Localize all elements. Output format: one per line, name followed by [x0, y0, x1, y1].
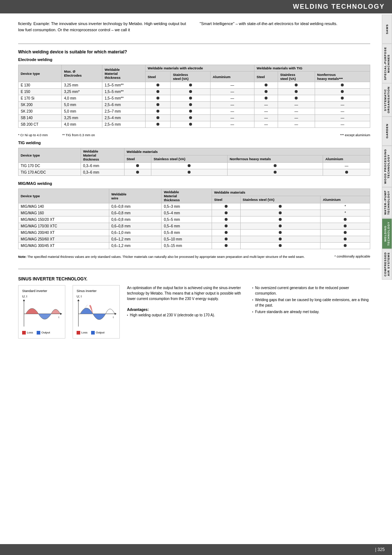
cell-tig-steel: [254, 89, 278, 95]
cell-tig-stainless: —: [278, 121, 315, 128]
cell-mig-steel: [212, 210, 241, 216]
divider-1: [18, 44, 370, 44]
cell-device: E 150: [19, 89, 62, 95]
th-weldable-thickness-migmag: WeldableMaterialthickness: [162, 189, 212, 203]
cell-nonferrous: —: [315, 121, 370, 128]
sinus-inverter-svg: t: [77, 299, 117, 328]
cell-el-steel: [145, 89, 171, 95]
cell-wire: 0,6–0,8 mm: [109, 223, 162, 230]
bullet-list-2: No oversized current generators due to t…: [252, 285, 370, 315]
cell-mig-stainless: [240, 236, 320, 243]
cell-mig-stainless: [240, 230, 320, 236]
table-row: SK 200 5,0 mm 2,5–6 mm — — — —: [19, 102, 370, 108]
tig-heading: TIG welding: [18, 141, 370, 145]
sidebar-tab-special[interactable]: SPECIAL-PURPOSEMACHINES: [382, 44, 392, 83]
table-row: SB 140 3,25 mm 2,5–4 mm — — — —: [19, 115, 370, 121]
cell-el-al: —: [210, 82, 254, 89]
cell-el-stainless: [171, 115, 210, 121]
sidebar-tab-welding[interactable]: WELDINGTECHNOLOGY: [382, 218, 392, 249]
sidebar-tab-saws[interactable]: SAWS: [382, 15, 392, 44]
th-tig-m-stainless: Stainless steel (VA): [151, 155, 227, 163]
cell-nonferrous: —: [315, 108, 370, 115]
cell-max-oe: 4,0 mm: [62, 95, 102, 102]
divider-2: [18, 269, 370, 269]
sinus-content: Standard inverter U; I t: [18, 285, 370, 339]
sidebar-tab-water[interactable]: WATER-/PUMPTECHNOLOGY: [382, 187, 392, 218]
advantages-label: Advantages:: [127, 308, 149, 312]
table-row: SK 230 5,0 mm 2,5–7 mm — — — —: [19, 108, 370, 115]
cell-tig-stainless: —: [278, 102, 315, 108]
th-migmag-aluminium: Aluminium: [320, 196, 370, 203]
sinus-output-label: Output: [96, 331, 105, 334]
table-row: MIG/MAG 150/20 XT 0,6–0,8 mm 0,5–5 mm: [19, 216, 370, 223]
footnote-1: * Cr Ni up to 4.0 mm: [18, 133, 48, 137]
cell-tig-steel: [124, 169, 151, 176]
cell-thickness: 1,5–5 mm**: [102, 89, 145, 95]
cell-el-al: —: [210, 121, 254, 128]
cell-el-stainless: [171, 89, 210, 95]
standard-inverter-label: Standard inverter: [22, 289, 61, 293]
sidebar-tab-compressed[interactable]: COMPRESSEDAIR SYSTEMS: [382, 249, 392, 280]
cell-mig-aluminium: [320, 243, 370, 249]
cell-el-steel: [145, 82, 171, 89]
electrode-table: Device type Max. ØElectrodes WeldableMat…: [18, 65, 370, 128]
cell-tig-stainless: [151, 163, 227, 169]
svg-text:t: t: [113, 316, 114, 319]
th-nonferrous: Nonferrousheavy metals***: [315, 72, 370, 82]
cell-wire: 0,6–1,2 mm: [109, 243, 162, 249]
cell-mig-aluminium: [320, 216, 370, 223]
cell-max-oe: 3,25 mm: [62, 82, 102, 89]
th-migmag-steel: Steel: [212, 196, 241, 203]
cell-device: E 170 Si: [19, 95, 62, 102]
cell-mig-stainless: [240, 243, 320, 249]
cell-mig-aluminium: [320, 230, 370, 236]
sinus-inverter-label: Sinus inverter: [77, 289, 116, 293]
th-device-type-migmag: Device type: [19, 189, 109, 203]
cell-el-steel: [145, 95, 171, 102]
table-row: MIG/MAG 250/60 XT 0,6–1,2 mm 0,5–10 mm: [19, 236, 370, 243]
main-content: ficiently. Example: The innovative sinus…: [0, 13, 381, 346]
cell-thickness: 0,5–8 mm: [162, 230, 212, 236]
cell-el-al: —: [210, 115, 254, 121]
th-tig-weldable-materials: Weldable materials: [124, 148, 370, 155]
svg-marker-2: [60, 313, 62, 315]
intro-col1: ficiently. Example: The innovative sinus…: [18, 21, 189, 33]
th-el-aluminium: Aluminium: [210, 72, 254, 82]
bullet-3: Welding gaps that can be caused by long …: [252, 297, 370, 308]
cell-device: SB 200 CT: [19, 121, 62, 128]
cell-tig-stainless: [151, 169, 227, 176]
cell-wire: 0,6–0,8 mm: [109, 216, 162, 223]
sinus-legend-output: Output: [91, 331, 105, 335]
cell-mig-steel: [212, 243, 241, 249]
cell-nonferrous: [315, 89, 370, 95]
cell-el-steel: [145, 108, 171, 115]
sidebar-tab-wood[interactable]: WOOD PROCESSINGTECHNOLOGY: [382, 146, 392, 187]
table-row: E 170 Si 4,0 mm 1,5–5 mm** —: [19, 95, 370, 102]
th-tig-m-aluminium: Aluminium: [323, 155, 370, 163]
sidebar-tab-systematic[interactable]: SYSTEMATICORGANISATION: [382, 83, 392, 117]
electrode-heading: Electrode welding: [18, 57, 370, 62]
migmag-heading: MIG/MAG welding: [18, 181, 370, 186]
sinus-legend-loss: Loss: [77, 331, 87, 335]
svg-marker-7: [115, 313, 117, 315]
cell-thickness: 1,5–5 mm**: [102, 95, 145, 102]
cell-tig-steel: [254, 82, 278, 89]
section-question: Which welding device is suitable for whi…: [18, 49, 370, 54]
th-max-electrodes: Max. ØElectrodes: [62, 65, 102, 82]
page-footer: | 325: [0, 544, 392, 555]
th-migmag-stainless: Stainless steel (VA): [240, 196, 320, 203]
cell-thickness: 1,5–5 mm**: [102, 82, 145, 89]
th-device-type-tig: Device type: [19, 148, 81, 163]
sinus-inverter-chart: Sinus inverter U; I t: [73, 285, 120, 339]
cell-el-stainless: [171, 95, 210, 102]
cell-el-stainless: [171, 121, 210, 128]
cell-max-oe: 5,0 mm: [62, 108, 102, 115]
cell-mig-steel: [212, 230, 241, 236]
page-number: | 325: [375, 547, 385, 552]
sidebar-tab-garden[interactable]: GARDEN: [382, 117, 392, 146]
cell-thickness: 0,5–3 mm: [162, 203, 212, 210]
sinus-charts: Standard inverter U; I t: [18, 285, 120, 339]
bullet-4: Future standards are already met today.: [252, 309, 370, 315]
cond-note: * conditionally applicable: [334, 255, 370, 258]
cell-mig-steel: [212, 203, 241, 210]
